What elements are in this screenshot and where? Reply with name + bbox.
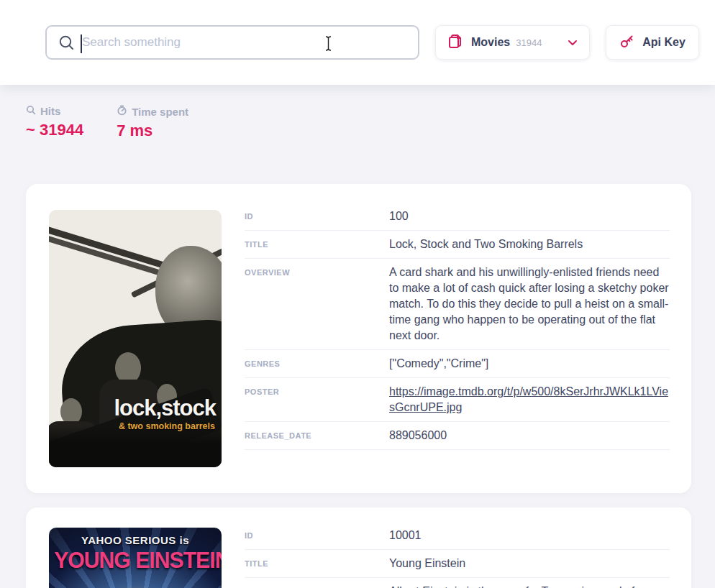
poster-subtitle-text: & two smoking barrels	[119, 421, 215, 431]
hits-value: ~ 31944	[26, 121, 83, 139]
time-spent-value: 7 ms	[117, 121, 188, 140]
field-value: Young Einstein	[389, 556, 670, 571]
field-value: Lock, Stock and Two Smoking Barrels	[389, 236, 670, 252]
result-card: YAHOO SERIOUS is YOUNG EINSTEIN ID 10001…	[26, 507, 691, 588]
field-label: TITLE	[245, 236, 389, 252]
api-key-label: Api Key	[642, 36, 686, 49]
api-key-button[interactable]: Api Key	[606, 25, 699, 60]
mouse-ibeam-cursor	[324, 35, 333, 55]
stopwatch-icon	[117, 105, 127, 118]
field-row-id: ID 100	[245, 203, 670, 231]
search-box[interactable]	[45, 25, 419, 60]
field-value: 10001	[389, 528, 670, 543]
field-row-release-date: RELEASE_DATE 889056000	[245, 422, 670, 450]
result-card: lock,stock & two smoking barrels ID 100 …	[26, 184, 691, 493]
field-row-title: TITLE Lock, Stock and Two Smoking Barrel…	[245, 231, 670, 259]
hits-magnifier-icon	[26, 105, 36, 117]
field-row-genres: GENRES ["Comedy","Crime"]	[245, 350, 670, 378]
movie-poster-image: lock,stock & two smoking barrels	[49, 210, 222, 467]
field-value: Albert Einstein is the son of a Tasmania…	[389, 584, 670, 588]
field-label: TITLE	[245, 556, 389, 571]
field-label: OVERVIEW	[245, 265, 389, 344]
index-selector[interactable]: Movies 31944	[435, 25, 590, 60]
field-label: ID	[245, 208, 389, 224]
field-row-poster: POSTER https://image.tmdb.org/t/p/w500/8…	[245, 378, 670, 422]
field-label: RELEASE_DATE	[245, 428, 389, 444]
time-spent-stat: Time spent 7 ms	[117, 105, 188, 140]
field-row-overview: OVERVIEW A card shark and his unwillingl…	[245, 259, 670, 350]
documents-icon	[447, 33, 463, 52]
movie-poster-image: YAHOO SERIOUS is YOUNG EINSTEIN	[49, 528, 222, 588]
text-caret	[81, 35, 82, 53]
field-row-overview: OVERVIEW Albert Einstein is the son of a…	[245, 578, 670, 588]
poster-credit-text: YAHOO SERIOUS is	[49, 534, 222, 546]
field-value: 889056000	[389, 428, 670, 444]
document-fields: ID 100 TITLE Lock, Stock and Two Smoking…	[245, 203, 670, 450]
field-label: OVERVIEW	[245, 584, 389, 588]
field-label: POSTER	[245, 384, 389, 415]
field-row-title: TITLE Young Einstein	[245, 550, 670, 578]
field-label: ID	[245, 528, 389, 543]
index-selector-label: Movies	[471, 36, 510, 49]
chevron-down-icon	[568, 36, 578, 49]
search-stats: Hits ~ 31944 Time spent 7 ms	[26, 105, 188, 140]
field-value: A card shark and his unwillingly-enliste…	[389, 265, 670, 344]
index-document-count: 31944	[516, 37, 568, 48]
field-value: ["Comedy","Crime"]	[389, 356, 670, 372]
poster-url-link[interactable]: https://image.tmdb.org/t/p/w500/8kSerJrh…	[389, 385, 668, 413]
field-row-id: ID 10001	[245, 522, 670, 550]
poster-title-text: lock,stock	[114, 395, 216, 421]
poster-title-text: YOUNG EINSTEIN	[54, 547, 217, 574]
field-label: GENRES	[245, 356, 389, 372]
top-bar: Movies 31944 Api Key	[0, 0, 715, 85]
key-icon	[619, 33, 635, 52]
search-input[interactable]	[82, 28, 418, 57]
field-value: 100	[389, 208, 670, 224]
hits-label: Hits	[40, 105, 60, 117]
time-spent-label: Time spent	[132, 106, 188, 118]
document-fields: ID 10001 TITLE Young Einstein OVERVIEW A…	[245, 522, 670, 588]
hits-stat: Hits ~ 31944	[26, 105, 83, 140]
search-icon	[58, 35, 75, 51]
